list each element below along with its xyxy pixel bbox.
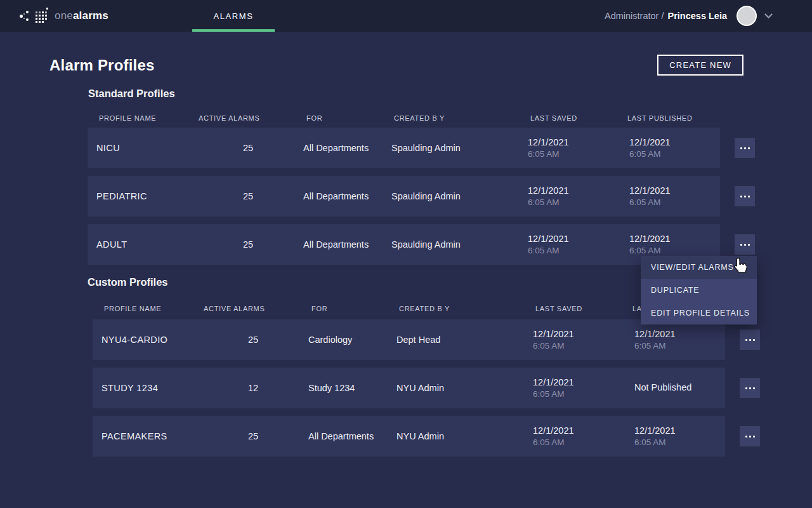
column-header-last-published: LAST PUBLISHED xyxy=(627,114,720,122)
table-row: NYU4-CARDIO 25 Cardiology Dept Head 12/1… xyxy=(93,319,812,360)
last-saved-time: 6:05 AM xyxy=(528,197,627,207)
column-header-for: FOR xyxy=(303,114,391,122)
column-header-last-saved: LAST SAVED xyxy=(528,114,627,122)
cell-last-published: 12/1/2021 6:05 AM xyxy=(627,234,720,255)
brand-name: onealarms xyxy=(55,10,108,22)
cell-active-alarms: 25 xyxy=(204,431,308,441)
cell-last-saved: 12/1/2021 6:05 AM xyxy=(528,137,627,159)
user-name-label: Princess Leia xyxy=(668,11,728,21)
brand-one-text: one xyxy=(55,10,73,22)
cell-active-alarms: 25 xyxy=(199,239,303,250)
profile-row-pacemakers[interactable]: PACEMAKERS 25 All Departments NYU Admin … xyxy=(93,416,725,457)
last-saved-time: 6:05 AM xyxy=(533,341,632,351)
row-actions-button[interactable] xyxy=(735,138,755,158)
table-row: PEDIATRIC 25 All Departments Spaulding A… xyxy=(88,176,812,217)
last-saved-date: 12/1/2021 xyxy=(533,377,632,387)
column-header-last-saved: LAST SAVED xyxy=(533,305,632,312)
user-menu: Administrator / Princess Leia xyxy=(605,0,771,32)
cell-profile-name: ADULT xyxy=(88,239,199,250)
last-published-date: 12/1/2021 xyxy=(634,425,725,436)
profile-row-pediatric[interactable]: PEDIATRIC 25 All Departments Spaulding A… xyxy=(88,176,720,217)
cell-active-alarms: 25 xyxy=(199,191,303,201)
last-published-status: Not Published xyxy=(634,382,725,392)
cell-profile-name: PEDIATRIC xyxy=(88,191,199,201)
standard-profiles-heading: Standard Profiles xyxy=(88,88,812,100)
cell-last-published: 12/1/2021 6:05 AM xyxy=(632,425,725,447)
tab-alarms-label: ALARMS xyxy=(213,11,253,21)
last-published-time: 6:05 AM xyxy=(634,438,725,447)
ellipsis-icon xyxy=(745,339,755,341)
column-header-profile-name: PROFILE NAME xyxy=(93,305,204,312)
logo-chevron-dots-icon xyxy=(19,10,29,22)
column-header-active-alarms: ACTIVE ALARMS xyxy=(199,114,303,122)
last-published-date: 12/1/2021 xyxy=(634,329,725,339)
menu-item-edit-profile-details[interactable]: EDIT PROFILE DETAILS xyxy=(641,302,757,324)
cell-created-by: Spaulding Admin xyxy=(391,239,528,250)
create-new-button[interactable]: CREATE NEW xyxy=(657,55,743,76)
cell-active-alarms: 25 xyxy=(199,143,303,153)
ellipsis-icon xyxy=(745,387,755,389)
column-header-for: FOR xyxy=(308,305,396,312)
table-row: STUDY 1234 12 Study 1234 NYU Admin 12/1/… xyxy=(93,368,812,408)
last-published-date: 12/1/2021 xyxy=(629,185,720,196)
last-published-time: 6:05 AM xyxy=(629,246,720,255)
logo-grid-dots-icon xyxy=(36,11,47,23)
cell-profile-name: STUDY 1234 xyxy=(93,383,204,393)
profile-row-study-1234[interactable]: STUDY 1234 12 Study 1234 NYU Admin 12/1/… xyxy=(93,368,725,408)
row-actions-button[interactable] xyxy=(740,426,760,446)
menu-item-view-edit-alarms[interactable]: VIEW/EDIT ALARMS xyxy=(641,256,757,279)
last-saved-time: 6:05 AM xyxy=(533,389,632,399)
row-actions-button[interactable] xyxy=(735,186,755,206)
cell-active-alarms: 12 xyxy=(204,383,308,393)
ellipsis-icon xyxy=(745,436,755,438)
active-tab-indicator xyxy=(192,29,275,32)
cell-for: Cardiology xyxy=(308,335,396,345)
last-saved-time: 6:05 AM xyxy=(533,438,632,447)
column-header-profile-name: PROFILE NAME xyxy=(88,114,199,122)
cell-for: All Departments xyxy=(303,143,391,153)
cell-created-by: Spaulding Admin xyxy=(391,143,528,153)
user-role-label: Administrator / xyxy=(605,11,664,21)
cell-last-saved: 12/1/2021 6:05 AM xyxy=(533,425,632,447)
ellipsis-icon xyxy=(740,196,750,197)
profile-row-adult[interactable]: ADULT 25 All Departments Spaulding Admin… xyxy=(88,224,720,265)
custom-table-header: PROFILE NAME ACTIVE ALARMS FOR CREATED B… xyxy=(93,305,725,312)
table-row: PACEMAKERS 25 All Departments NYU Admin … xyxy=(93,416,812,457)
page-title: Alarm Profiles xyxy=(49,57,155,74)
last-published-date: 12/1/2021 xyxy=(629,234,720,244)
cell-last-published: 12/1/2021 6:05 AM xyxy=(632,329,725,351)
cell-for: All Departments xyxy=(303,191,391,201)
row-actions-button[interactable] xyxy=(740,378,760,398)
cell-created-by: Spaulding Admin xyxy=(391,191,528,201)
last-saved-time: 6:05 AM xyxy=(528,149,627,159)
cell-last-saved: 12/1/2021 6:05 AM xyxy=(533,329,632,351)
cell-profile-name: NICU xyxy=(88,143,199,153)
ellipsis-icon xyxy=(740,244,750,246)
table-row: NICU 25 All Departments Spaulding Admin … xyxy=(88,128,812,168)
column-header-active-alarms: ACTIVE ALARMS xyxy=(204,305,308,312)
avatar[interactable] xyxy=(737,6,757,26)
cell-last-published: 12/1/2021 6:05 AM xyxy=(627,185,720,207)
last-saved-date: 12/1/2021 xyxy=(533,425,632,436)
cell-created-by: NYU Admin xyxy=(396,431,533,441)
last-published-date: 12/1/2021 xyxy=(629,137,720,147)
brand-logo: onealarms xyxy=(19,10,108,23)
profile-row-nyu4-cardio[interactable]: NYU4-CARDIO 25 Cardiology Dept Head 12/1… xyxy=(93,319,725,360)
column-header-created-by: CREATED B Y xyxy=(396,305,533,312)
tab-alarms[interactable]: ALARMS xyxy=(192,0,275,32)
chevron-down-icon[interactable] xyxy=(764,10,773,18)
cell-created-by: Dept Head xyxy=(396,335,533,345)
cell-for: Study 1234 xyxy=(308,383,396,393)
profile-row-nicu[interactable]: NICU 25 All Departments Spaulding Admin … xyxy=(88,128,720,168)
cell-last-saved: 12/1/2021 6:05 AM xyxy=(533,377,632,399)
menu-item-duplicate[interactable]: DUPLICATE xyxy=(641,279,757,302)
last-saved-date: 12/1/2021 xyxy=(528,234,627,244)
row-actions-button[interactable] xyxy=(740,330,760,350)
last-published-time: 6:05 AM xyxy=(629,149,720,159)
cell-profile-name: NYU4-CARDIO xyxy=(93,335,204,345)
cell-active-alarms: 25 xyxy=(204,335,308,345)
last-saved-date: 12/1/2021 xyxy=(528,137,627,147)
row-actions-button-adult[interactable] xyxy=(735,234,755,255)
last-published-time: 6:05 AM xyxy=(629,197,720,207)
cell-last-published: Not Published xyxy=(632,382,725,394)
